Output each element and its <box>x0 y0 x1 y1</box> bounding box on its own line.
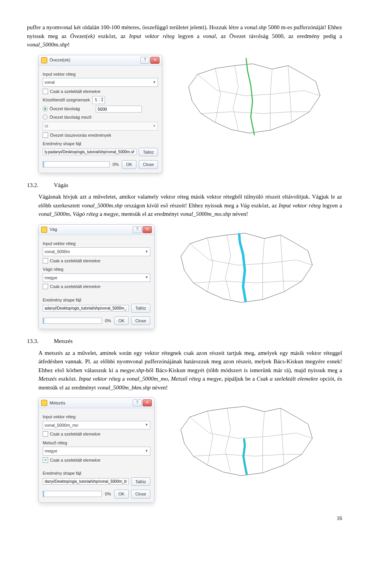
close-button[interactable]: Close <box>131 316 150 325</box>
spinner-arrows-icon[interactable]: ▲▼ <box>100 96 105 104</box>
output-path-input[interactable] <box>43 478 129 485</box>
app-icon <box>41 227 47 233</box>
value: megye <box>207 376 221 382</box>
only-selected-checkbox[interactable] <box>43 258 48 263</box>
buffer-field-label: Övezet távolság mező <box>50 114 91 121</box>
page-number: 16 <box>27 514 342 522</box>
help-button[interactable]: ? <box>133 226 142 233</box>
input-layer-label: Input vektor réteg <box>43 240 150 247</box>
chevron-down-icon: ▼ <box>145 275 148 280</box>
browse-button[interactable]: Tallóz <box>139 148 158 157</box>
combo-value: vonal_5000m_mo <box>45 422 78 429</box>
param-name: Metsző réteg <box>171 376 201 382</box>
progress-percent: 0% <box>105 491 111 497</box>
filename: vonal_5000m_mo.shp <box>180 211 231 217</box>
buffer-distance-label: Övezet távolság <box>50 106 94 112</box>
buffer-field-radio[interactable] <box>43 114 48 119</box>
input-layer-combo[interactable]: vonal_5000m_mo ▼ <box>43 421 150 430</box>
only-selected-checkbox[interactable] <box>43 89 48 94</box>
buffer-distance-input[interactable] <box>96 106 142 113</box>
only-selected-label-2: Csak a szelektált elemekre <box>50 283 100 290</box>
only-selected-checkbox[interactable] <box>43 431 48 437</box>
text: eszközt, az <box>249 202 279 209</box>
buffer-dialog: Övezet(ek) ? ✕ Input vektor réteg vonal … <box>38 55 162 173</box>
dialog-titlebar[interactable]: Vág ? ✕ <box>39 225 154 235</box>
only-selected-label: Csak a szelektált elemekre <box>50 431 100 437</box>
sec2-paragraph: Vágásnak hívjuk azt a műveletet, amikor … <box>38 192 342 219</box>
text: , <box>168 376 171 382</box>
filename: megye.shp <box>120 367 144 373</box>
approx-segments-label: Közelítendő szegmensek <box>43 97 90 103</box>
sec3-paragraph: A metszés az a művelet, aminek során egy… <box>38 349 342 392</box>
ok-button[interactable]: OK <box>114 316 129 325</box>
tool-name: Övezet(ek) <box>70 33 95 39</box>
map-hungary-buffer <box>181 55 324 137</box>
text: , az Övezet távolság 5000, az eredmény p… <box>216 33 342 39</box>
section-title: Metszés <box>54 337 73 346</box>
dialog-titlebar[interactable]: Metszés ? ✕ <box>39 398 154 408</box>
close-button[interactable]: ✕ <box>143 226 152 233</box>
section-title: Vágás <box>54 181 68 190</box>
only-selected-checkbox-2[interactable] <box>43 284 48 289</box>
text: legyen a <box>175 33 203 39</box>
progress-bar <box>43 318 102 324</box>
spinner-value: 5 <box>93 96 100 104</box>
only-selected-label: Csak a szelektált elemekre <box>50 88 100 95</box>
dialog-title: Vág <box>50 226 133 233</box>
approx-segments-spinner[interactable]: 5 ▲▼ <box>92 96 105 104</box>
dissolve-checkbox[interactable] <box>43 133 48 138</box>
dissolve-label: Övezet összevonás eredmények <box>50 132 111 139</box>
text: néven! <box>231 211 248 217</box>
output-label: Eredmény shape fájl <box>43 297 150 303</box>
buffer-distance-radio[interactable] <box>43 106 48 111</box>
input-layer-combo[interactable]: vonal_5000m ▼ <box>43 247 150 256</box>
dialog-titlebar[interactable]: Övezet(ek) ? ✕ <box>39 55 162 66</box>
output-path-input[interactable] <box>43 305 129 311</box>
chevron-down-icon: ▼ <box>153 124 156 129</box>
text: a <box>121 376 126 382</box>
progress-bar <box>43 491 102 497</box>
help-button[interactable]: ? <box>140 57 150 64</box>
combo-value: megye <box>45 448 57 454</box>
clip-layer-combo[interactable]: megye ▼ <box>43 273 150 282</box>
text: országon kívül eső részeit! Ehhez nyissu… <box>123 202 240 209</box>
value: megye <box>104 211 118 217</box>
clip-dialog: Vág ? ✕ Input vektor réteg vonal_5000m ▼… <box>38 224 155 330</box>
close-button[interactable]: Close <box>131 490 150 499</box>
only-selected-checkbox-2[interactable]: ✕ <box>43 457 48 463</box>
progress-percent: 0% <box>105 318 111 324</box>
section-number: 13.2. <box>27 181 54 190</box>
close-button[interactable]: ✕ <box>150 57 160 64</box>
intersect-layer-combo[interactable]: megye ▼ <box>43 447 150 455</box>
intro-paragraph: puffer a nyomvonal két oldalán 100-100 m… <box>27 23 342 49</box>
progress-percent: 0% <box>113 161 119 168</box>
text: eszközt. <box>57 376 79 382</box>
ok-button[interactable]: OK <box>122 160 136 169</box>
output-path-input[interactable] <box>43 149 136 155</box>
chevron-down-icon: ▼ <box>153 80 156 85</box>
param-name: Input vektor réteg <box>129 33 175 39</box>
chevron-down-icon: ▼ <box>145 249 148 255</box>
section-number: 13.3. <box>27 337 54 346</box>
chevron-down-icon: ▼ <box>145 422 148 428</box>
param-name: Input vektor réteg <box>279 202 321 209</box>
buffer-field-combo[interactable]: Id ▼ <box>43 122 158 131</box>
option-name: Csak a szelektált elemekre <box>256 376 318 382</box>
value: vonal_5000m <box>38 211 70 217</box>
help-button[interactable]: ? <box>133 399 142 406</box>
combo-value: vonal_5000m <box>45 248 70 255</box>
input-layer-combo[interactable]: vonal ▼ <box>43 78 158 87</box>
only-selected-label: Csak a szelektált elemekre <box>50 258 100 264</box>
close-button[interactable]: ✕ <box>143 399 152 406</box>
tool-name: Metszés <box>38 376 57 382</box>
text: , mentsük el az eredményt <box>118 211 180 217</box>
browse-button[interactable]: Tallóz <box>131 477 150 486</box>
browse-button[interactable]: Tallóz <box>131 304 150 313</box>
close-button[interactable]: Close <box>139 160 158 169</box>
chevron-down-icon: ▼ <box>145 449 148 454</box>
clip-layer-label: Vágó réteg <box>43 266 150 273</box>
text: puffer a nyomvonal két oldalán 100-100 m… <box>27 24 244 30</box>
value: vonal_5000m_mo <box>126 376 168 382</box>
ok-button[interactable]: OK <box>114 490 129 499</box>
map-hungary-clip <box>174 224 316 306</box>
